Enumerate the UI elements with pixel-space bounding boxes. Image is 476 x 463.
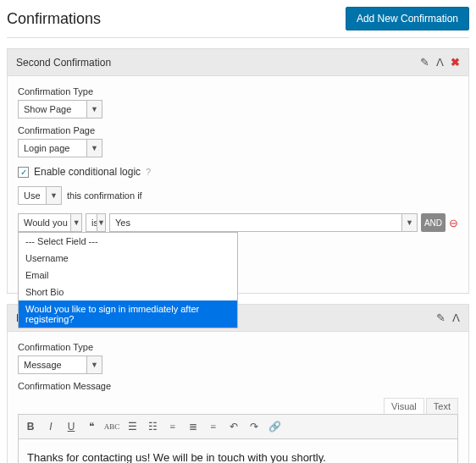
panel-header: Second Confirmation ✎ ᐱ ✖ (8, 49, 468, 76)
chevron-down-icon: ▼ (86, 356, 102, 373)
remove-condition-icon[interactable]: ⊖ (449, 213, 458, 232)
tab-visual[interactable]: Visual (384, 398, 424, 414)
select-value: Yes (110, 214, 401, 231)
collapse-icon[interactable]: ᐱ (452, 311, 460, 324)
panel-body: Confirmation Type Message ▼ Confirmation… (8, 332, 468, 463)
confirmation-type-select[interactable]: Message ▼ (18, 356, 102, 374)
and-button[interactable]: AND (421, 213, 446, 232)
select-value: Login page (19, 140, 86, 157)
select-value: Message (19, 356, 86, 373)
collapse-icon[interactable]: ᐱ (436, 56, 444, 69)
align-right-icon[interactable]: ≡ (205, 418, 222, 435)
confirmation-type-select[interactable]: Show Page ▼ (18, 100, 102, 119)
delete-icon[interactable]: ✖ (451, 56, 460, 69)
strike-icon[interactable]: ABC (103, 418, 120, 435)
editor-tabs: Visual Text (18, 398, 458, 414)
edit-icon[interactable]: ✎ (436, 311, 446, 324)
select-value: Use (19, 187, 46, 204)
condition-row: Would you like ▼ is ▼ Yes ▼ AND ⊖ --- Se… (18, 213, 458, 232)
condition-field-select[interactable]: Would you like ▼ (18, 213, 82, 232)
dropdown-option[interactable]: Email (19, 267, 237, 284)
select-value: is (86, 214, 97, 231)
page-label: Confirmation Page (18, 125, 458, 135)
dropdown-option[interactable]: Username (19, 250, 237, 267)
chevron-down-icon: ▼ (97, 214, 105, 231)
condition-value-select[interactable]: Yes ▼ (109, 213, 418, 232)
panel-title: Second Confirmation (16, 57, 111, 69)
message-label: Confirmation Message (18, 381, 458, 391)
dropdown-option-highlighted[interactable]: Would you like to sign in immediately af… (19, 300, 237, 328)
panel-body: Confirmation Type Show Page ▼ Confirmati… (8, 76, 468, 293)
tab-text[interactable]: Text (426, 398, 458, 414)
list-bullet-icon[interactable]: ☰ (124, 418, 141, 435)
enable-logic-checkbox[interactable]: ✓ (18, 167, 29, 178)
enable-logic-row: ✓ Enable conditional logic ? (18, 166, 458, 178)
list-number-icon[interactable]: ☷ (144, 418, 161, 435)
panel-second-confirmation: Second Confirmation ✎ ᐱ ✖ Confirmation T… (7, 48, 469, 294)
bold-icon[interactable]: B (22, 418, 39, 435)
align-left-icon[interactable]: ≡ (164, 418, 181, 435)
redo-icon[interactable]: ↷ (246, 418, 263, 435)
chevron-down-icon: ▼ (86, 140, 102, 157)
chevron-down-icon: ▼ (46, 187, 61, 204)
panel-actions: ✎ ᐱ (436, 311, 460, 324)
chevron-down-icon: ▼ (70, 214, 81, 231)
page-title: Confirmations (7, 10, 101, 28)
type-label: Confirmation Type (18, 86, 458, 96)
logic-scope-select[interactable]: Use ▼ (18, 186, 62, 205)
edit-icon[interactable]: ✎ (420, 56, 429, 69)
undo-icon[interactable]: ↶ (225, 418, 242, 435)
dropdown-option[interactable]: --- Select Field --- (19, 233, 237, 250)
page-header: Confirmations Add New Confirmation (7, 7, 469, 38)
select-value: Show Page (19, 101, 86, 118)
type-label: Confirmation Type (18, 342, 458, 352)
quote-icon[interactable]: ❝ (83, 418, 100, 435)
panel-actions: ✎ ᐱ ✖ (420, 56, 460, 69)
italic-icon[interactable]: I (42, 418, 59, 435)
select-value: Would you like (19, 214, 70, 231)
dropdown-option[interactable]: Short Bio (19, 284, 237, 300)
align-center-icon[interactable]: ≣ (185, 418, 202, 435)
message-text: Thanks for contacting us! We will be in … (27, 451, 326, 463)
logic-scope-row: Use ▼ this confirmation if (18, 186, 458, 205)
field-dropdown-open: --- Select Field --- Username Email Shor… (18, 232, 238, 328)
underline-icon[interactable]: U (63, 418, 80, 435)
link-icon[interactable]: 🔗 (266, 418, 283, 435)
confirmation-page-select[interactable]: Login page ▼ (18, 139, 102, 157)
chevron-down-icon: ▼ (401, 214, 417, 231)
enable-logic-label: Enable conditional logic (34, 166, 141, 178)
logic-text: this confirmation if (67, 190, 142, 201)
editor-toolbar: B I U ❝ ABC ☰ ☷ ≡ ≣ ≡ ↶ ↷ 🔗 (18, 414, 458, 439)
condition-operator-select[interactable]: is ▼ (86, 213, 106, 232)
chevron-down-icon: ▼ (86, 101, 102, 118)
editor-content[interactable]: Thanks for contacting us! We will be in … (18, 439, 458, 463)
help-icon[interactable]: ? (146, 167, 151, 177)
add-confirmation-button[interactable]: Add New Confirmation (346, 7, 469, 30)
